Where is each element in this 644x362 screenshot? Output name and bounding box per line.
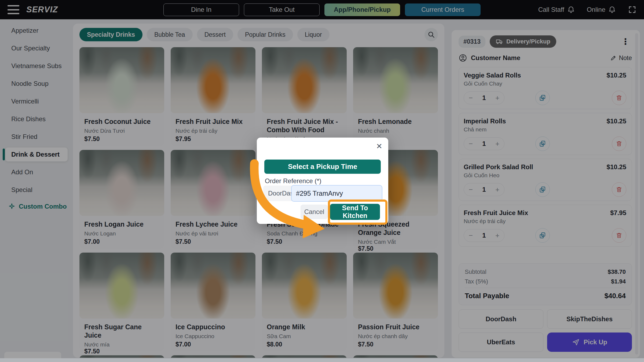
select-pickup-time-button[interactable]: Select a Pickup Time bbox=[264, 160, 381, 174]
send-to-kitchen-button[interactable]: Send To Kitchen bbox=[330, 204, 380, 220]
close-icon[interactable]: ✕ bbox=[376, 142, 382, 151]
order-reference-label: Order Reference (*) bbox=[265, 177, 321, 185]
cancel-button[interactable]: Cancel bbox=[301, 205, 328, 219]
horizontal-scrollbar[interactable] bbox=[0, 358, 644, 362]
order-reference-input[interactable] bbox=[291, 185, 382, 202]
pickup-order-modal: ✕ Select a Pickup Time Order Reference (… bbox=[257, 138, 388, 224]
